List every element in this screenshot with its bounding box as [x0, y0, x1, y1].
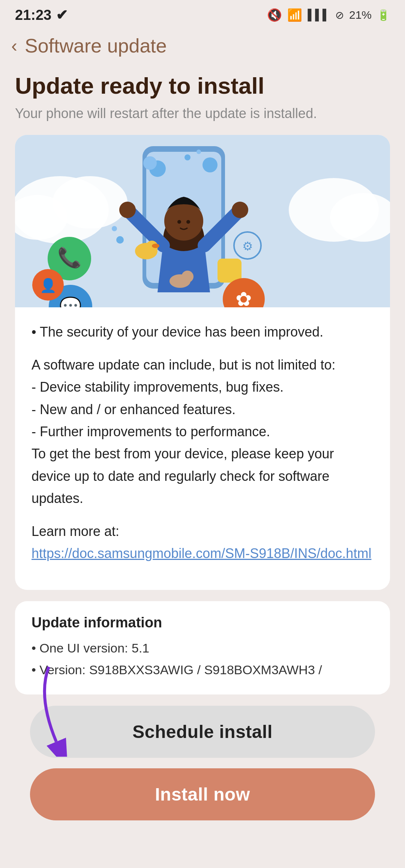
- dnd-icon: ⊘: [335, 9, 344, 21]
- wifi-icon: 📶: [287, 8, 302, 22]
- status-icons: 🔇 📶 ▌▌▌ ⊘ 21% 🔋: [267, 8, 390, 22]
- svg-point-9: [164, 202, 203, 241]
- svg-point-31: [143, 156, 157, 170]
- time-label: 21:23: [15, 7, 51, 23]
- svg-text:⚙: ⚙: [242, 239, 253, 253]
- signal-icon: ▌▌▌: [308, 9, 330, 21]
- svg-point-35: [116, 236, 124, 244]
- note-intro: A software update can include, but is no…: [32, 354, 374, 510]
- page-title: Update ready to install: [15, 72, 390, 100]
- svg-text:✿: ✿: [236, 288, 252, 307]
- status-bar: 21:23 ✔ 🔇 📶 ▌▌▌ ⊘ 21% 🔋: [0, 0, 405, 27]
- toolbar-title: Software update: [25, 34, 167, 57]
- svg-text:💬: 💬: [59, 296, 82, 307]
- page-content: Update ready to install Your phone will …: [0, 61, 405, 854]
- info-version: • Version: S918BXXS3AWIG / S918BOXM3AWH3…: [32, 659, 374, 681]
- svg-point-16: [152, 244, 159, 248]
- battery-icon: 🔋: [377, 9, 390, 21]
- checkmark-icon: ✔: [56, 7, 68, 23]
- svg-point-18: [182, 271, 194, 283]
- update-notes: • The security of your device has been i…: [15, 307, 390, 564]
- page-subtitle: Your phone will restart after the update…: [15, 106, 390, 121]
- buttons-area: Schedule install Install now: [15, 706, 390, 839]
- update-card: 📞 💬 👤 ⚙ ✿: [15, 135, 390, 590]
- info-oneui: • One UI version: 5.1: [32, 638, 374, 659]
- mute-icon: 🔇: [267, 8, 282, 22]
- svg-point-32: [202, 157, 218, 172]
- svg-point-13: [232, 202, 248, 218]
- svg-text:👤: 👤: [40, 277, 57, 293]
- toolbar: ‹ Software update: [0, 27, 405, 61]
- svg-point-33: [184, 154, 190, 160]
- info-title: Update information: [32, 615, 374, 631]
- battery-label: 21%: [349, 9, 372, 21]
- update-info-card: Update information • One UI version: 5.1…: [15, 601, 390, 694]
- svg-point-34: [196, 150, 201, 154]
- schedule-install-button[interactable]: Schedule install: [30, 706, 375, 758]
- svg-point-10: [177, 220, 181, 224]
- buttons-wrapper: Schedule install Install now: [15, 706, 390, 839]
- note-security: • The security of your device has been i…: [32, 321, 374, 343]
- status-time: 21:23 ✔: [15, 7, 68, 23]
- svg-point-11: [186, 220, 190, 224]
- svg-point-36: [112, 226, 117, 231]
- install-now-button[interactable]: Install now: [30, 768, 375, 820]
- learn-more-link[interactable]: https://doc.samsungmobile.com/SM-S918B/I…: [32, 546, 371, 561]
- update-illustration: 📞 💬 👤 ⚙ ✿: [15, 135, 390, 307]
- note-learn-more: Learn more at: https://doc.samsungmobile…: [32, 520, 374, 565]
- svg-point-12: [119, 202, 136, 218]
- svg-text:📞: 📞: [57, 246, 82, 269]
- back-button[interactable]: ‹: [11, 37, 17, 55]
- info-body: • One UI version: 5.1 • Version: S918BXX…: [32, 638, 374, 681]
